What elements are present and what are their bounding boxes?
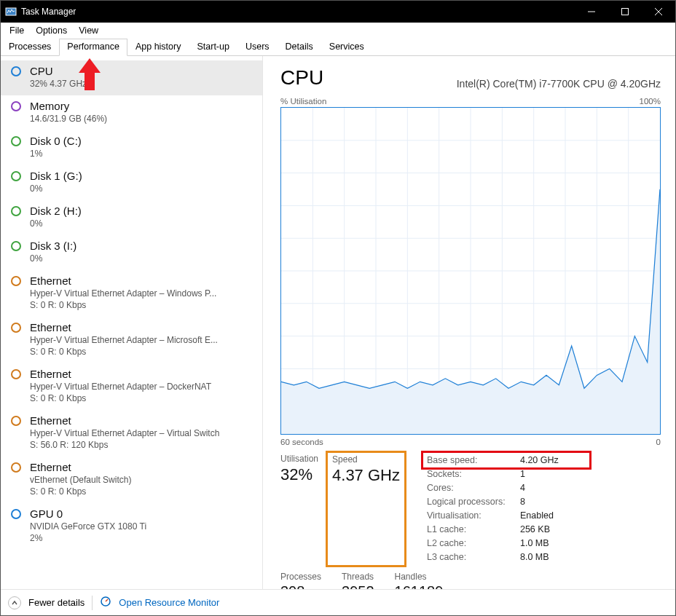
- disk-ring-icon: [11, 171, 23, 183]
- close-button[interactable]: [642, 1, 675, 23]
- speed-value: 4.37 GHz: [332, 466, 400, 485]
- menu-view[interactable]: View: [73, 24, 104, 37]
- tab-processes[interactable]: Processes: [1, 39, 59, 55]
- tab-users[interactable]: Users: [237, 39, 278, 55]
- page-title: CPU: [280, 66, 323, 90]
- titlebar: Task Manager: [1, 1, 675, 23]
- eth-ring-icon: [11, 276, 23, 288]
- util-value: 32%: [280, 465, 318, 484]
- annotation-arrow-icon: [79, 58, 101, 93]
- sidebar-item-sub2: 2%: [30, 532, 255, 544]
- svg-line-26: [106, 599, 108, 601]
- disk-ring-icon: [11, 241, 23, 253]
- virt-label: Virtualisation:: [427, 509, 514, 523]
- footer-divider: [92, 596, 93, 610]
- tab-strip: Processes Performance App history Start-…: [1, 39, 675, 56]
- speed-highlight-box: Speed 4.37 GHz: [326, 451, 406, 567]
- sidebar-item-title: Ethernet: [30, 461, 255, 474]
- sidebar-item-mem-1[interactable]: Memory14.6/31.9 GB (46%): [1, 95, 262, 130]
- resource-monitor-icon: [100, 596, 111, 609]
- proc-label: Processes: [280, 572, 321, 582]
- menu-options[interactable]: Options: [30, 24, 73, 37]
- window-title: Task Manager: [21, 7, 76, 17]
- sidebar-item-title: GPU 0: [30, 508, 255, 521]
- minimize-button[interactable]: [575, 1, 608, 23]
- fewer-details-button[interactable]: Fewer details: [28, 597, 84, 608]
- sidebar-item-sub: 1%: [30, 148, 255, 159]
- sidebar-item-eth-8[interactable]: EthernetHyper-V Virtual Ethernet Adapter…: [1, 363, 262, 410]
- sidebar-item-disk-2[interactable]: Disk 0 (C:)1%: [1, 130, 262, 165]
- proc-value: 308: [280, 583, 321, 589]
- footer: Fewer details Open Resource Monitor: [1, 589, 675, 615]
- virt-value: Enabled: [520, 509, 554, 523]
- sidebar-item-sub: Hyper-V Virtual Ethernet Adapter – Docke…: [30, 381, 255, 392]
- l3-label: L3 cache:: [427, 550, 514, 564]
- sidebar-item-sub: 0%: [30, 253, 255, 264]
- cpu-info-table: Base speed:4.20 GHz Sockets:1 Cores:4 Lo…: [427, 454, 559, 564]
- perf-sidebar[interactable]: CPU32% 4.37 GHzMemory14.6/31.9 GB (46%)D…: [1, 56, 263, 589]
- maximize-button[interactable]: [608, 1, 642, 23]
- l2-label: L2 cache:: [427, 537, 514, 550]
- hnd-label: Handles: [395, 572, 444, 582]
- menubar: File Options View: [1, 23, 675, 39]
- perf-main: CPU Intel(R) Core(TM) i7-7700K CPU @ 4.2…: [263, 56, 675, 589]
- menu-file[interactable]: File: [4, 24, 30, 37]
- hnd-value: 161189: [395, 583, 444, 589]
- mem-ring-icon: [11, 101, 23, 113]
- tab-details[interactable]: Details: [278, 39, 321, 55]
- sidebar-item-title: Ethernet: [30, 414, 255, 427]
- sidebar-item-title: Disk 2 (H:): [30, 205, 255, 218]
- sidebar-item-sub: vEthernet (Default Switch): [30, 474, 255, 486]
- eth-ring-icon: [11, 416, 23, 427]
- sidebar-item-gpu-11[interactable]: GPU 0NVIDIA GeForce GTX 1080 Ti2%: [1, 503, 262, 550]
- eth-ring-icon: [11, 323, 23, 334]
- sidebar-item-eth-7[interactable]: EthernetHyper-V Virtual Ethernet Adapter…: [1, 317, 262, 363]
- open-resource-monitor-link[interactable]: Open Resource Monitor: [119, 597, 219, 608]
- sidebar-item-title: Ethernet: [30, 321, 255, 334]
- sidebar-item-title: Disk 3 (I:): [30, 240, 255, 253]
- l1-label: L1 cache:: [427, 523, 514, 537]
- thr-label: Threads: [342, 572, 374, 582]
- svg-rect-2: [622, 9, 629, 15]
- logicalproc-label: Logical processors:: [427, 495, 514, 509]
- cpu-utilisation-chart[interactable]: [280, 107, 661, 435]
- sidebar-item-sub2: S: 0 R: 0 Kbps: [30, 346, 255, 358]
- tab-startup[interactable]: Start-up: [189, 39, 237, 55]
- chart-x-right: 0: [656, 438, 661, 446]
- sidebar-item-title: Disk 1 (G:): [30, 170, 255, 183]
- sidebar-item-disk-5[interactable]: Disk 3 (I:)0%: [1, 235, 262, 270]
- sidebar-item-cpu-0[interactable]: CPU32% 4.37 GHz: [1, 60, 262, 95]
- sidebar-item-sub2: S: 0 R: 0 Kbps: [30, 299, 255, 311]
- sidebar-item-sub: 0%: [30, 218, 255, 229]
- tab-performance[interactable]: Performance: [59, 39, 127, 56]
- sidebar-item-title: Disk 0 (C:): [30, 135, 255, 148]
- chevron-up-icon[interactable]: [8, 596, 21, 609]
- cores-value: 4: [520, 481, 525, 495]
- cores-label: Cores:: [427, 481, 514, 495]
- sidebar-item-title: Memory: [30, 100, 255, 113]
- thr-value: 3952: [342, 583, 374, 589]
- sidebar-item-disk-4[interactable]: Disk 2 (H:)0%: [1, 200, 262, 235]
- sidebar-item-eth-10[interactable]: EthernetvEthernet (Default Switch)S: 0 R…: [1, 457, 262, 503]
- eth-ring-icon: [11, 462, 23, 474]
- tab-services[interactable]: Services: [321, 39, 372, 55]
- sidebar-item-eth-6[interactable]: EthernetHyper-V Virtual Ethernet Adapter…: [1, 270, 262, 317]
- base-speed-highlight-box: [421, 451, 592, 470]
- tab-apphistory[interactable]: App history: [127, 39, 189, 55]
- sidebar-item-title: CPU: [30, 65, 255, 78]
- logicalproc-value: 8: [520, 495, 525, 509]
- util-label: Utilisation: [280, 454, 318, 464]
- sidebar-item-sub: 14.6/31.9 GB (46%): [30, 113, 255, 125]
- chart-y-label: % Utilisation: [280, 97, 326, 106]
- sidebar-item-eth-9[interactable]: EthernetHyper-V Virtual Ethernet Adapter…: [1, 410, 262, 457]
- sidebar-item-sub: 32% 4.37 GHz: [30, 78, 255, 90]
- eth-ring-icon: [11, 369, 23, 381]
- sidebar-item-title: Ethernet: [30, 275, 255, 288]
- sidebar-item-title: Ethernet: [30, 368, 255, 381]
- l2-value: 1.0 MB: [520, 537, 549, 550]
- sidebar-item-sub: Hyper-V Virtual Ethernet Adapter – Virtu…: [30, 427, 255, 439]
- sidebar-item-sub2: S: 0 R: 0 Kbps: [30, 486, 255, 497]
- speed-label: Speed: [332, 454, 400, 465]
- gpu-ring-icon: [11, 509, 23, 521]
- sidebar-item-disk-3[interactable]: Disk 1 (G:)0%: [1, 165, 262, 200]
